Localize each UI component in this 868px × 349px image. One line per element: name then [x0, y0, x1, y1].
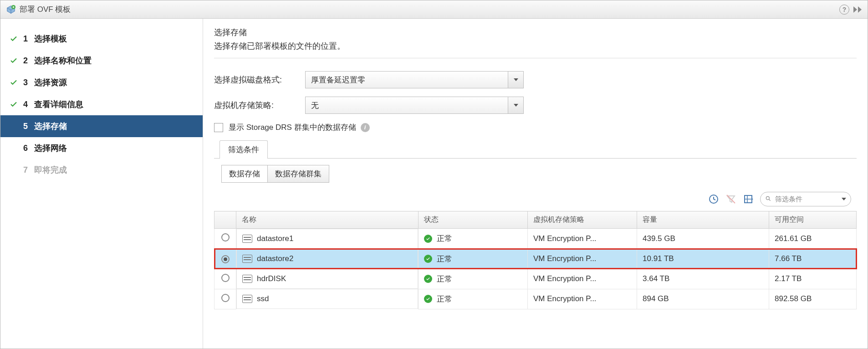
- step-label: 选择模板: [34, 33, 67, 44]
- col-name[interactable]: 名称: [236, 211, 419, 229]
- step-number: 2: [23, 56, 34, 66]
- step-label: 选择资源: [34, 77, 67, 88]
- step-label: 查看详细信息: [34, 99, 83, 110]
- step-label: 选择网络: [34, 143, 67, 154]
- row-radio[interactable]: [221, 233, 230, 241]
- col-select: [214, 211, 236, 229]
- free-cell: 7.66 TB: [769, 249, 857, 269]
- status-ok-icon: [424, 235, 432, 243]
- capacity-cell: 894 GB: [637, 289, 769, 309]
- status-text: 正常: [437, 294, 452, 304]
- step-number: 7: [23, 165, 34, 175]
- wizard-step-4[interactable]: 4查看详细信息: [0, 93, 203, 115]
- row-radio[interactable]: [221, 255, 230, 263]
- disk-format-label: 选择虚拟磁盘格式:: [214, 74, 305, 85]
- disk-format-value: 厚置备延迟置零: [311, 75, 365, 85]
- info-icon[interactable]: i: [361, 123, 370, 132]
- datastore-icon: [242, 235, 252, 243]
- window-title: 部署 OVF 模板: [20, 4, 71, 15]
- table-row[interactable]: ssd正常VM Encryption P...894 GB892.58 GB: [214, 289, 857, 309]
- checkmark-icon: [9, 35, 19, 43]
- col-free[interactable]: 可用空间: [769, 211, 857, 229]
- free-cell: 892.58 GB: [769, 289, 857, 309]
- policy-cell: VM Encryption P...: [528, 229, 637, 249]
- main-content: 选择存储 选择存储已部署模板的文件的位置。 选择虚拟磁盘格式: 厚置备延迟置零 …: [203, 19, 868, 349]
- step-label: 选择存储: [34, 121, 67, 132]
- datastore-clusters-button[interactable]: 数据存储群集: [268, 165, 329, 183]
- storage-policy-dropdown[interactable]: 无: [305, 97, 524, 114]
- step-number: 5: [23, 122, 34, 131]
- step-label: 即将完成: [34, 164, 67, 175]
- step-label: 选择名称和位置: [34, 55, 92, 66]
- chevron-down-icon: [842, 198, 846, 200]
- col-status[interactable]: 状态: [419, 211, 528, 229]
- policy-cell: VM Encryption P...: [528, 289, 637, 309]
- checkmark-icon: [9, 56, 19, 65]
- filter-input[interactable]: 筛选条件: [760, 192, 851, 206]
- capacity-cell: 3.64 TB: [637, 269, 769, 289]
- wizard-steps-sidebar: 1选择模板2选择名称和位置3选择资源4查看详细信息5选择存储6选择网络7即将完成: [0, 19, 203, 349]
- storage-policy-value: 无: [311, 100, 319, 111]
- wizard-step-1[interactable]: 1选择模板: [0, 28, 203, 50]
- expand-chevron-icon-2[interactable]: [858, 6, 862, 13]
- step-number: 6: [23, 144, 34, 153]
- datastore-name: datastore2: [257, 254, 293, 263]
- drs-checkbox-label: 显示 Storage DRS 群集中的数据存储: [229, 122, 356, 133]
- free-cell: 261.61 GB: [769, 229, 857, 249]
- titlebar: 部署 OVF 模板 ?: [0, 0, 868, 19]
- datastores-button[interactable]: 数据存储: [221, 165, 268, 183]
- table-row[interactable]: datastore1正常VM Encryption P...439.5 GB26…: [214, 229, 857, 249]
- step-number: 3: [23, 78, 34, 87]
- dropdown-toggle-icon[interactable]: [508, 97, 523, 113]
- status-ok-icon: [424, 295, 432, 303]
- datastore-name: datastore1: [257, 234, 293, 243]
- status-text: 正常: [437, 274, 452, 284]
- wizard-step-5[interactable]: 5选择存储: [0, 115, 203, 137]
- page-title: 选择存储: [214, 27, 857, 38]
- table-row[interactable]: datastore2正常VM Encryption P...10.91 TB7.…: [214, 249, 857, 269]
- column-settings-icon[interactable]: [743, 194, 754, 205]
- help-icon[interactable]: ?: [839, 5, 849, 15]
- status-ok-icon: [424, 275, 432, 283]
- search-icon: [765, 195, 771, 203]
- step-number: 4: [23, 100, 34, 109]
- row-radio[interactable]: [221, 294, 230, 302]
- status-ok-icon: [424, 255, 432, 263]
- wizard-step-3[interactable]: 3选择资源: [0, 72, 203, 93]
- ovf-box-icon: [6, 5, 16, 15]
- datastore-icon: [242, 275, 252, 283]
- datastore-icon: [242, 295, 252, 303]
- col-capacity[interactable]: 容量: [637, 211, 769, 229]
- datastore-name: ssd: [257, 294, 269, 303]
- expand-chevron-icon[interactable]: [853, 6, 857, 13]
- checkmark-icon: [9, 100, 19, 108]
- clear-filter-icon[interactable]: [725, 194, 736, 205]
- wizard-step-6[interactable]: 6选择网络: [0, 137, 203, 159]
- step-number: 1: [23, 34, 34, 44]
- checkmark-icon: [9, 78, 19, 87]
- storage-policy-label: 虚拟机存储策略:: [214, 100, 305, 111]
- drs-checkbox[interactable]: [214, 123, 223, 132]
- dropdown-toggle-icon[interactable]: [508, 72, 523, 88]
- policy-cell: VM Encryption P...: [528, 249, 637, 269]
- recent-icon[interactable]: [708, 194, 719, 205]
- disk-format-dropdown[interactable]: 厚置备延迟置零: [305, 71, 524, 88]
- wizard-step-2[interactable]: 2选择名称和位置: [0, 50, 203, 72]
- datastore-icon: [242, 255, 252, 263]
- tab-filter[interactable]: 筛选条件: [220, 140, 268, 159]
- capacity-cell: 439.5 GB: [637, 229, 769, 249]
- table-row[interactable]: hdrDISK正常VM Encryption P...3.64 TB2.17 T…: [214, 269, 857, 289]
- free-cell: 2.17 TB: [769, 269, 857, 289]
- datastore-name: hdrDISK: [257, 274, 286, 283]
- svg-point-3: [766, 196, 769, 200]
- capacity-cell: 10.91 TB: [637, 249, 769, 269]
- status-text: 正常: [437, 233, 452, 244]
- filter-placeholder: 筛选条件: [775, 195, 802, 204]
- page-subtitle: 选择存储已部署模板的文件的位置。: [214, 41, 857, 58]
- policy-cell: VM Encryption P...: [528, 269, 637, 289]
- row-radio[interactable]: [221, 274, 230, 282]
- wizard-step-7: 7即将完成: [0, 159, 203, 181]
- status-text: 正常: [437, 254, 452, 264]
- col-policy[interactable]: 虚拟机存储策略: [528, 211, 637, 229]
- datastore-table: 名称 状态 虚拟机存储策略 容量 可用空间 datastore1正常VM Enc…: [214, 211, 857, 309]
